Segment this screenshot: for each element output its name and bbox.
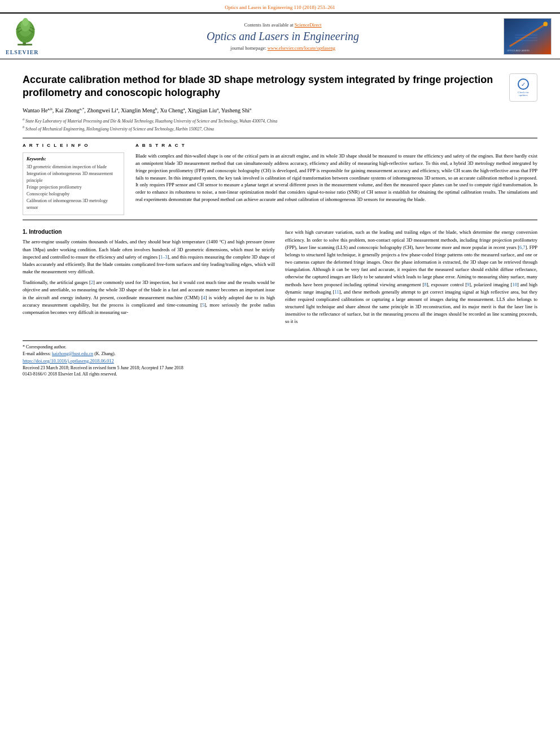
- journal-header: ELSEVIER Contents lists available at Sci…: [0, 12, 560, 59]
- article-info-heading: A R T I C L E I N F O: [23, 143, 124, 148]
- copyright-line: 0143-8166/© 2018 Elsevier Ltd. All right…: [23, 372, 537, 377]
- check-for-updates-badge: ✓ Check forupdates: [509, 73, 537, 102]
- affiliation-a: a State Key Laboratory of Material Proce…: [23, 117, 537, 124]
- svg-rect-1: [18, 44, 32, 46]
- author1-name: Wantao He: [23, 107, 47, 113]
- affiliation-b: b School of Mechanical Engineering, Heil…: [23, 125, 537, 132]
- svg-point-5: [23, 18, 29, 27]
- elsevier-logo-area: ELSEVIER: [6, 17, 62, 55]
- author7-sup: a: [250, 107, 251, 111]
- elsevier-tree-icon: [6, 17, 45, 48]
- journal-citation: Optics and Lasers in Engineering 110 (20…: [225, 5, 335, 10]
- author2-name: , Kai Zhong: [53, 107, 80, 113]
- author1-sup: a,b: [47, 107, 52, 111]
- doi-link[interactable]: https://doi.org/10.1016/j.optlaseng.2018…: [23, 358, 114, 364]
- keyword-4: Conoscopic holography: [27, 191, 120, 198]
- keyword-1: 3D geometric dimension inspection of bla…: [27, 164, 120, 171]
- check-updates-text: Check forupdates: [518, 91, 529, 97]
- body-col-right: face with high curvature variation, such…: [285, 229, 537, 329]
- author3-name: , Zhongwei Li: [84, 107, 116, 113]
- main-content: Accurate calibration method for blade 3D…: [0, 59, 560, 385]
- affiliation-b-text: School of Mechanical Engineering, Heilon…: [25, 126, 214, 132]
- affiliation-a-text: State Key Laboratory of Material Process…: [25, 119, 277, 124]
- article-info-col: A R T I C L E I N F O Keywords: 3D geome…: [23, 143, 124, 215]
- article-title: Accurate calibration method for blade 3D…: [23, 73, 504, 100]
- body-two-col: 1. Introduction The aero-engine usually …: [23, 229, 537, 329]
- affiliations: a State Key Laboratory of Material Proce…: [23, 117, 537, 132]
- author6-name: , Xingjian Liu: [185, 107, 217, 113]
- journal-title: Optics and Lasers in Engineering: [68, 30, 498, 43]
- elsevier-logo: ELSEVIER: [6, 17, 62, 55]
- cover-svg: OPTICS AND LASERS: [504, 18, 551, 55]
- corresponding-note: * Corresponding author.: [23, 344, 537, 350]
- journal-cover-area: OPTICS AND LASERS: [504, 18, 554, 55]
- intro-heading: Introduction: [29, 229, 62, 235]
- science-direct-link[interactable]: ScienceDirect: [295, 22, 322, 28]
- abstract-heading: A B S T R A C T: [135, 143, 537, 148]
- keyword-3: Fringe projection profilometry: [27, 184, 120, 191]
- article-info-abstract: A R T I C L E I N F O Keywords: 3D geome…: [23, 143, 537, 215]
- authors-line: Wantao Hea,b, Kai Zhonga,*, Zhongwei Lia…: [23, 106, 537, 115]
- homepage-link[interactable]: www.elsevier.com/locate/optlaseng: [268, 45, 335, 51]
- intro-para-2: Traditionally, the artificial gauges [2]…: [23, 279, 275, 316]
- check-circle-icon: ✓: [518, 78, 529, 90]
- abstract-text: Blade with complex and thin-walled shape…: [135, 152, 537, 203]
- intro-title: 1. Introduction: [23, 229, 275, 235]
- body-content: 1. Introduction The aero-engine usually …: [23, 229, 537, 329]
- svg-point-13: [543, 21, 548, 26]
- email-address[interactable]: kaizhong@hust.edu.cn: [52, 351, 93, 356]
- body-col-left: 1. Introduction The aero-engine usually …: [23, 229, 275, 329]
- svg-text:OPTICS AND LASERS: OPTICS AND LASERS: [507, 49, 530, 52]
- intro-para-3: face with high curvature variation, such…: [285, 229, 537, 325]
- keyword-5: Calibration of inhomogeneous 3D metrolog…: [27, 198, 120, 211]
- section-divider-2: [23, 220, 537, 220]
- keyword-2: Integration of inhomogeneous 3D measurem…: [27, 171, 120, 184]
- email-line: E-mail address: kaizhong@hust.edu.cn (K.…: [23, 351, 537, 356]
- article-title-section: Accurate calibration method for blade 3D…: [23, 68, 537, 102]
- abstract-col: A B S T R A C T Blade with complex and t…: [135, 143, 537, 215]
- section-divider-1: [23, 138, 537, 138]
- received-dates: Received 23 March 2018; Received in revi…: [23, 365, 537, 370]
- homepage-line: journal homepage: www.elsevier.com/locat…: [68, 45, 498, 51]
- author7-name: , Yusheng Shi: [218, 107, 250, 113]
- page-wrapper: Optics and Lasers in Engineering 110 (20…: [0, 0, 560, 747]
- header-center: Contents lists available at ScienceDirec…: [68, 22, 498, 51]
- author2-sup: a,*: [80, 107, 84, 111]
- author4-name: , Xianglin Meng: [118, 107, 155, 113]
- author5-name: , Xu Cheng: [158, 107, 183, 113]
- intro-number: 1.: [23, 229, 27, 235]
- elsevier-wordmark: ELSEVIER: [6, 49, 39, 55]
- footer-section: * Corresponding author. E-mail address: …: [23, 340, 537, 377]
- keywords-section: Keywords: 3D geometric dimension inspect…: [23, 152, 124, 215]
- contents-line: Contents lists available at ScienceDirec…: [68, 22, 498, 28]
- keywords-title: Keywords:: [27, 156, 120, 161]
- becomes-word: becomes: [221, 287, 238, 292]
- doi-line: https://doi.org/10.1016/j.optlaseng.2018…: [23, 358, 537, 364]
- journal-cover-image: OPTICS AND LASERS: [504, 18, 552, 55]
- top-link-bar: Optics and Lasers in Engineering 110 (20…: [0, 0, 560, 12]
- intro-para-1: The aero-engine usually contains thousan…: [23, 238, 275, 276]
